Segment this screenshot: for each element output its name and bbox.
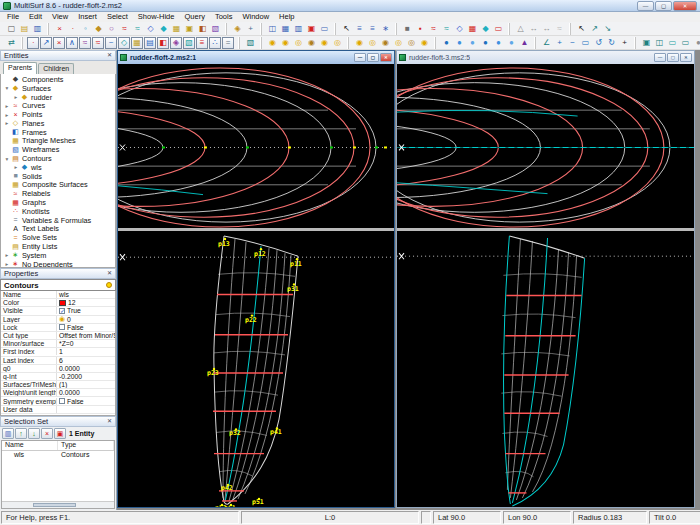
tree-item-rudder[interactable]: ▸◆rudder <box>1 93 115 102</box>
delete-point-icon[interactable]: × <box>53 23 66 35</box>
window-cascade-icon[interactable]: ◫ <box>266 23 279 35</box>
tree-item-contours[interactable]: ▾▤Contours <box>1 154 115 163</box>
property-row-lock[interactable]: LockFalse <box>1 324 115 332</box>
expander-icon[interactable]: ▾ <box>3 85 11 91</box>
profile-right-canvas[interactable] <box>397 231 694 507</box>
insert-csurface-icon[interactable]: ▤ <box>144 37 156 49</box>
add-relabel-icon[interactable]: + <box>244 23 257 35</box>
magnet-tool-icon[interactable]: ◈ <box>231 23 244 35</box>
view-bottom-icon[interactable]: ● <box>479 37 492 49</box>
tree-item-planes[interactable]: ▸◇Planes <box>1 119 115 128</box>
tree-item-wireframes[interactable]: ▧Wireframes <box>1 145 115 154</box>
property-value[interactable]: ◉0 <box>57 316 115 323</box>
sheet-front-icon[interactable]: ▭ <box>666 37 679 49</box>
tree-item-components[interactable]: ◆Components <box>1 75 115 84</box>
insert-image-icon[interactable]: ▧ <box>209 23 222 35</box>
property-row-q0[interactable]: q00.0000 <box>1 365 115 373</box>
zoom-window-icon[interactable]: ▭ <box>579 37 592 49</box>
insert-contours-icon[interactable]: ≡ <box>196 37 208 49</box>
select-pointer-icon[interactable]: ↖ <box>340 23 353 35</box>
property-row-name[interactable]: Namewls <box>1 291 115 299</box>
zoom-previous-icon[interactable]: ↺ <box>592 37 605 49</box>
insert-curve-icon[interactable]: ≈ <box>118 23 131 35</box>
property-row-weight-unit-length[interactable]: Weight/unit length0.0000 <box>1 389 115 397</box>
probe-pointer-icon[interactable]: ↖ <box>575 23 588 35</box>
tree-item-system[interactable]: ▸∗System <box>1 251 115 260</box>
expander-icon[interactable]: ▸ <box>12 164 20 170</box>
property-value[interactable]: 0.0000 <box>57 389 115 396</box>
selection-row[interactable]: wlsContours <box>2 451 114 460</box>
columns-icon[interactable]: ▥ <box>2 428 14 439</box>
insert-polyline-icon[interactable]: ∧ <box>66 37 78 49</box>
sheet-back-icon[interactable]: ▭ <box>679 37 692 49</box>
measure-triangle-icon[interactable]: △ <box>514 23 527 35</box>
view-perspective-icon[interactable]: ▲ <box>518 37 531 49</box>
tree-item-variables-formulas[interactable]: =Variables & Formulas <box>1 216 115 225</box>
column-type[interactable]: Type <box>58 441 114 450</box>
column-name[interactable]: Name <box>2 441 58 450</box>
property-value[interactable]: 6 <box>57 357 115 364</box>
property-value[interactable]: Offset from Minor/Surfa <box>57 332 115 339</box>
insert-ruled-surface-icon[interactable]: ◧ <box>157 37 169 49</box>
tree-item-wls[interactable]: ▸◆wls <box>1 163 115 172</box>
viewport-plan-right[interactable] <box>397 64 694 231</box>
menu-select[interactable]: Select <box>102 12 133 22</box>
move-down-icon[interactable]: ↓ <box>28 428 40 439</box>
tree-item-relabels[interactable]: ≈Relabels <box>1 189 115 198</box>
new-file-icon[interactable]: ▢ <box>5 23 18 35</box>
insert-bcurve-icon[interactable]: ≈ <box>92 37 104 49</box>
show-parents-icon[interactable]: ◉ <box>318 37 331 49</box>
step-back-icon[interactable]: ↔ <box>527 23 540 35</box>
properties-close-icon[interactable]: ✕ <box>107 269 112 278</box>
insert-magnet-icon[interactable]: ◆ <box>92 23 105 35</box>
zoom-out-icon[interactable]: − <box>566 37 579 49</box>
visibility-dialog-icon[interactable]: ◉ <box>418 37 431 49</box>
select-grid-icon[interactable]: ≡ <box>366 23 379 35</box>
scrollbar-thumb[interactable] <box>33 503 76 507</box>
expander-icon[interactable]: ▸ <box>3 252 11 258</box>
expander-icon[interactable]: ▸ <box>3 261 11 267</box>
fit-net-icon[interactable]: ▦ <box>466 23 479 35</box>
view-top-icon[interactable]: ● <box>466 37 479 49</box>
show-named-icon[interactable]: ◉ <box>279 37 292 49</box>
tree-item-curves[interactable]: ▸≈Curves <box>1 101 115 110</box>
insert-formula-icon[interactable]: = <box>222 37 234 49</box>
view-right-icon[interactable]: ● <box>505 37 518 49</box>
hide-all-icon[interactable]: ◎ <box>392 37 405 49</box>
menu-file[interactable]: File <box>2 12 24 22</box>
property-value[interactable]: False <box>57 398 115 405</box>
checkbox-checked-icon[interactable]: ✓ <box>59 308 65 314</box>
property-row-cut-type[interactable]: Cut typeOffset from Minor/Surfa <box>1 332 115 340</box>
menu-show-hide[interactable]: Show-Hide <box>133 12 180 22</box>
open-folder-icon[interactable]: ▤ <box>18 23 31 35</box>
property-row-first-index[interactable]: First index1 <box>1 348 115 356</box>
insert-intersection-icon[interactable]: × <box>53 37 65 49</box>
document-window-2[interactable]: rudder-floft-3.ms2:5 — ▢ ✕ <box>396 50 695 508</box>
view-left-icon[interactable]: ● <box>492 37 505 49</box>
remove-entity-icon[interactable]: × <box>41 428 53 439</box>
tree-item-knotlists[interactable]: ∴Knotlists <box>1 207 115 216</box>
viewport-plan-left[interactable] <box>118 64 394 231</box>
insert-snake-icon[interactable]: ≈ <box>131 23 144 35</box>
maximize-button[interactable]: ▢ <box>655 1 672 11</box>
child-restore-button[interactable]: ▢ <box>367 53 379 62</box>
tree-item-frames[interactable]: ◧Frames <box>1 128 115 137</box>
property-row-q-int[interactable]: q-Int-0.2000 <box>1 373 115 381</box>
fit-solid-icon[interactable]: ◆ <box>479 23 492 35</box>
document-window-1-titlebar[interactable]: rudder-floft-2.ms2:1 — ▢ ✕ <box>118 51 394 64</box>
tree-item-composite-surfaces[interactable]: ▦Composite Surfaces <box>1 181 115 190</box>
insert-solid-icon[interactable]: ◆ <box>157 23 170 35</box>
snap-toggle-icon[interactable]: ⇄ <box>5 37 18 49</box>
child-minimize-button[interactable]: — <box>654 53 666 62</box>
property-value[interactable]: *Z=0 <box>57 340 115 347</box>
invert-visibility-icon[interactable]: ◎ <box>405 37 418 49</box>
menu-tools[interactable]: Tools <box>210 12 238 22</box>
expander-icon[interactable]: ▾ <box>3 156 11 162</box>
expander-icon[interactable]: ▸ <box>3 120 11 126</box>
property-value[interactable]: False <box>57 324 115 331</box>
checkbox-unchecked-icon[interactable] <box>59 398 65 404</box>
rotate-view-icon[interactable]: ↻ <box>605 37 618 49</box>
property-row-last-index[interactable]: Last index6 <box>1 357 115 365</box>
menu-insert[interactable]: Insert <box>73 12 102 22</box>
property-row-visible[interactable]: Visible✓True <box>1 307 115 315</box>
